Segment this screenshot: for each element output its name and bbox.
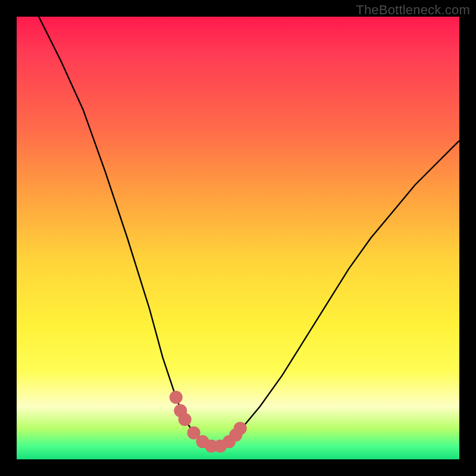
bottleneck-curve <box>39 17 459 446</box>
highlighted-points-group <box>170 391 247 453</box>
chart-frame: TheBottleneck.com <box>0 0 476 476</box>
plot-area <box>17 17 459 459</box>
watermark-text: TheBottleneck.com <box>356 2 470 18</box>
highlight-marker <box>178 413 192 426</box>
highlight-marker <box>170 391 183 404</box>
bottleneck-curve-svg <box>17 17 459 459</box>
highlight-marker <box>234 422 247 435</box>
